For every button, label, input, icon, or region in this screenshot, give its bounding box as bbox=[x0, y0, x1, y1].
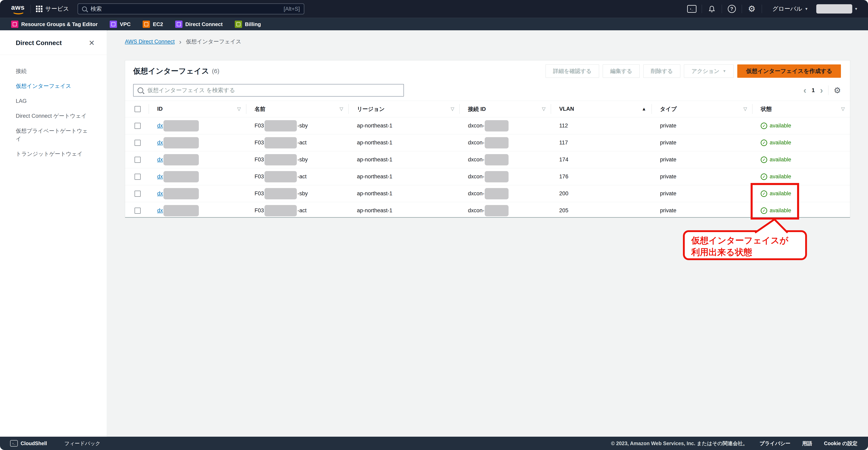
notifications-button[interactable] bbox=[707, 4, 716, 13]
global-search-input[interactable] bbox=[90, 5, 284, 12]
vlan-cell: 200 bbox=[551, 185, 652, 202]
virtual-interface-id-link[interactable]: dx bbox=[157, 139, 163, 146]
redacted-connection-id bbox=[485, 120, 508, 131]
edit-button[interactable]: 編集する bbox=[603, 64, 640, 78]
sidebar-item-virtual-interfaces[interactable]: 仮想インターフェイス bbox=[16, 82, 93, 90]
favorite-resource-groups[interactable]: Resource Groups & Tag Editor bbox=[11, 21, 98, 28]
name-prefix: F03 bbox=[255, 139, 264, 146]
name-prefix: F03 bbox=[255, 123, 264, 129]
connection-id-prefix: dxcon- bbox=[468, 123, 484, 129]
breadcrumb-link-direct-connect[interactable]: AWS Direct Connect bbox=[125, 39, 175, 45]
sort-icon[interactable]: ▽ bbox=[451, 106, 460, 112]
help-button[interactable] bbox=[727, 4, 737, 13]
column-header-connection-id[interactable]: 接続 ID▽ bbox=[460, 101, 551, 117]
region-cell: ap-northeast-1 bbox=[348, 151, 460, 168]
column-header-name[interactable]: 名前▽ bbox=[246, 101, 348, 117]
table-row: dx F03-sby ap-northeast-1 dxcon- 112 pri… bbox=[125, 117, 850, 134]
aws-logo[interactable]: aws bbox=[11, 3, 25, 14]
region-selector[interactable]: グローバル bbox=[772, 5, 808, 13]
table-search[interactable] bbox=[133, 84, 404, 97]
column-header-state[interactable]: 状態▽ bbox=[752, 101, 850, 117]
direct-connect-icon bbox=[175, 21, 182, 28]
column-header-id[interactable]: ID▽ bbox=[149, 101, 246, 117]
redacted-name bbox=[265, 205, 297, 216]
table-search-input[interactable] bbox=[147, 87, 399, 94]
question-icon bbox=[728, 5, 736, 13]
close-icon[interactable] bbox=[89, 39, 95, 47]
delete-button[interactable]: 削除する bbox=[643, 64, 680, 78]
table-row: dx F03-act ap-northeast-1 dxcon- 117 pri… bbox=[125, 134, 850, 151]
sidebar-item-lag[interactable]: LAG bbox=[16, 97, 93, 105]
toolbar: 詳細を確認する 編集する 削除する アクション 仮想インターフェイスを作成する bbox=[546, 64, 841, 78]
next-page-button[interactable] bbox=[820, 86, 823, 95]
status-text: available bbox=[770, 139, 791, 146]
vlan-cell: 205 bbox=[551, 202, 652, 219]
account-menu[interactable] bbox=[816, 4, 858, 13]
name-suffix: -sby bbox=[298, 123, 308, 129]
annotation-text-line2: 利用出来る状態 bbox=[691, 246, 799, 258]
redacted-id bbox=[163, 137, 199, 149]
services-menu[interactable]: サービス bbox=[36, 5, 69, 13]
row-checkbox[interactable] bbox=[134, 191, 141, 197]
footer-cloudshell-button[interactable]: CloudShell bbox=[10, 440, 47, 447]
sort-icon[interactable]: ▽ bbox=[841, 106, 850, 112]
create-virtual-interface-button[interactable]: 仮想インターフェイスを作成する bbox=[737, 64, 841, 78]
virtual-interface-id-link[interactable]: dx bbox=[157, 190, 163, 197]
column-header-type[interactable]: タイプ▽ bbox=[652, 101, 752, 117]
sort-icon[interactable]: ▽ bbox=[542, 106, 551, 112]
resource-groups-icon bbox=[11, 21, 19, 28]
available-status-icon bbox=[761, 190, 767, 197]
favorite-ec2[interactable]: EC2 bbox=[143, 21, 163, 28]
favorite-direct-connect[interactable]: Direct Connect bbox=[175, 21, 223, 28]
footer-privacy-link[interactable]: プライバシー bbox=[760, 440, 790, 447]
type-cell: private bbox=[652, 168, 752, 185]
current-page: 1 bbox=[812, 87, 815, 94]
footer-terms-link[interactable]: 用語 bbox=[802, 440, 812, 447]
sidebar-item-connections[interactable]: 接続 bbox=[16, 67, 93, 75]
top-nav-right: グローバル bbox=[687, 4, 868, 13]
row-checkbox[interactable] bbox=[134, 207, 141, 214]
redacted-name bbox=[265, 120, 297, 131]
virtual-interface-id-link[interactable]: dx bbox=[157, 123, 163, 129]
sort-icon[interactable]: ▽ bbox=[340, 106, 348, 112]
virtual-interface-id-link[interactable]: dx bbox=[157, 207, 163, 214]
services-label: サービス bbox=[45, 5, 69, 13]
divider bbox=[742, 5, 742, 13]
sidebar-item-dx-gateways[interactable]: Direct Connect ゲートウェイ bbox=[16, 112, 93, 120]
row-checkbox[interactable] bbox=[134, 157, 141, 163]
table-settings-button[interactable] bbox=[834, 86, 841, 94]
select-all-checkbox[interactable] bbox=[134, 106, 141, 112]
redacted-name bbox=[265, 154, 297, 165]
cloudshell-button[interactable] bbox=[687, 4, 696, 13]
type-cell: private bbox=[652, 151, 752, 168]
virtual-interface-id-link[interactable]: dx bbox=[157, 157, 163, 163]
sidebar-item-virtual-private-gateways[interactable]: 仮想プライベートゲートウェイ bbox=[16, 127, 93, 143]
footer-feedback-link[interactable]: フィードバック bbox=[64, 440, 101, 447]
actions-dropdown[interactable]: アクション bbox=[684, 64, 734, 78]
global-search[interactable]: [Alt+S] bbox=[78, 3, 304, 14]
favorite-vpc[interactable]: VPC bbox=[110, 21, 130, 28]
chevron-right-icon bbox=[179, 38, 181, 45]
row-checkbox[interactable] bbox=[134, 140, 141, 146]
footer-cookie-settings-link[interactable]: Cookie の設定 bbox=[824, 440, 858, 447]
status-text: available bbox=[770, 157, 791, 163]
redacted-id bbox=[163, 171, 199, 182]
previous-page-button[interactable] bbox=[803, 86, 806, 95]
sidebar-item-transit-gateways[interactable]: トランジットゲートウェイ bbox=[16, 150, 93, 158]
row-checkbox[interactable] bbox=[134, 123, 141, 129]
sort-icon[interactable]: ▽ bbox=[744, 106, 752, 112]
redacted-connection-id bbox=[485, 154, 508, 165]
services-grid-icon bbox=[36, 6, 42, 12]
favorite-billing[interactable]: Billing bbox=[235, 21, 261, 28]
column-header-region[interactable]: リージョン▽ bbox=[348, 101, 460, 117]
row-checkbox[interactable] bbox=[134, 174, 141, 180]
settings-button[interactable] bbox=[747, 4, 756, 13]
redacted-name bbox=[265, 137, 297, 149]
sort-icon[interactable]: ▽ bbox=[237, 106, 246, 112]
redacted-account-name bbox=[816, 4, 852, 13]
sort-ascending-icon[interactable]: ▲ bbox=[642, 106, 652, 112]
virtual-interface-id-link[interactable]: dx bbox=[157, 173, 163, 180]
virtual-interfaces-table: ID▽ 名前▽ リージョン▽ 接続 ID▽ VLAN▲ タイプ▽ 状態▽ dx … bbox=[125, 101, 850, 219]
column-header-vlan[interactable]: VLAN▲ bbox=[551, 101, 652, 117]
view-details-button[interactable]: 詳細を確認する bbox=[546, 64, 599, 78]
